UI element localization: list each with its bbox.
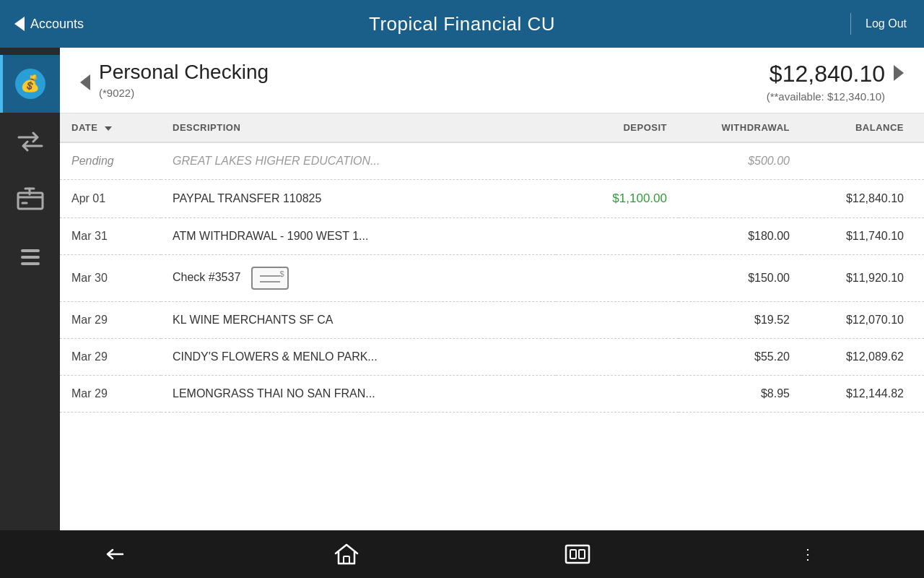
col-header-description: DESCRIPTION	[161, 113, 556, 142]
cell-description: Check #3537 $	[161, 255, 556, 302]
cell-withdrawal: $8.95	[679, 376, 801, 413]
money-icon: 💰	[15, 69, 45, 99]
balance-info: $12,840.10 (**available: $12,340.10)	[767, 61, 885, 103]
cell-deposit	[556, 339, 679, 376]
account-name: Personal Checking	[99, 61, 269, 84]
cell-date: Mar 29	[60, 376, 161, 413]
cell-deposit	[556, 255, 679, 302]
account-balance: $12,840.10 (**available: $12,340.10)	[767, 61, 904, 103]
table-row[interactable]: Mar 31 ATM WITHDRAWAL - 1900 WEST 1... $…	[60, 218, 924, 255]
sidebar-item-pay[interactable]	[0, 171, 60, 228]
table-header-row: DATE DESCRIPTION DEPOSIT WITHDRAWAL	[60, 113, 924, 142]
table-row[interactable]: Pending GREAT LAKES HIGHER EDUCATION... …	[60, 142, 924, 180]
col-header-deposit: DEPOSIT	[556, 113, 679, 142]
logout-button[interactable]: Log Out	[866, 17, 924, 30]
cell-withdrawal: $150.00	[679, 255, 801, 302]
sidebar-item-transfers[interactable]	[0, 113, 60, 171]
content-area: Personal Checking (*9022) $12,840.10 (**…	[60, 48, 924, 578]
cell-withdrawal: $180.00	[679, 218, 801, 255]
bottom-home-button[interactable]	[231, 543, 462, 565]
table-row[interactable]: Mar 29 LEMONGRASS THAI NO SAN FRAN... $8…	[60, 376, 924, 413]
cell-withdrawal: $55.20	[679, 339, 801, 376]
svg-rect-3	[570, 550, 576, 558]
bottom-recents-button[interactable]	[462, 544, 693, 564]
sidebar-item-more[interactable]	[0, 228, 60, 286]
cell-description: ATM WITHDRAWAL - 1900 WEST 1...	[161, 218, 556, 255]
back-label: Accounts	[30, 17, 84, 32]
next-account-button[interactable]	[894, 65, 904, 81]
cell-withdrawal: $500.00	[679, 142, 801, 180]
table-row[interactable]: Mar 29 CINDY'S FLOWERS & MENLO PARK... $…	[60, 339, 924, 376]
back-arrow-icon	[14, 17, 25, 31]
col-header-date[interactable]: DATE	[60, 113, 161, 142]
home-nav-icon	[334, 543, 359, 565]
col-header-balance: BALANCE	[801, 113, 924, 142]
cell-description: GREAT LAKES HIGHER EDUCATION...	[161, 142, 556, 180]
more-dots-icon: ⋮	[801, 545, 816, 563]
cell-balance: $12,840.10	[801, 180, 924, 218]
transfer-icon	[14, 126, 46, 158]
bottom-navigation-bar: ⋮	[0, 530, 924, 578]
top-header: Accounts Tropical Financial CU Log Out	[0, 0, 924, 48]
cell-withdrawal: $19.52	[679, 302, 801, 339]
cell-balance: $11,740.10	[801, 218, 924, 255]
cell-description: LEMONGRASS THAI NO SAN FRAN...	[161, 376, 556, 413]
table-row[interactable]: Apr 01 PAYPAL TRANSFER 110825 $1,100.00 …	[60, 180, 924, 218]
main-layout: 💰	[0, 48, 924, 578]
available-balance: (**available: $12,340.10)	[767, 90, 885, 103]
table-row[interactable]: Mar 29 KL WINE MERCHANTS SF CA $19.52 $1…	[60, 302, 924, 339]
transactions-table: DATE DESCRIPTION DEPOSIT WITHDRAWAL	[60, 113, 924, 578]
cell-date: Pending	[60, 142, 161, 180]
cell-date: Mar 30	[60, 255, 161, 302]
back-nav-icon	[103, 544, 128, 564]
table-row[interactable]: Mar 30 Check #3537 $ $150.00 $11,920.10	[60, 255, 924, 302]
cell-description: PAYPAL TRANSFER 110825	[161, 180, 556, 218]
back-button[interactable]: Accounts	[0, 17, 98, 32]
svg-rect-2	[566, 545, 589, 563]
bottom-more-button[interactable]: ⋮	[693, 545, 924, 563]
account-header: Personal Checking (*9022) $12,840.10 (**…	[60, 48, 924, 113]
account-info: Personal Checking (*9022)	[99, 61, 269, 99]
cell-date: Mar 31	[60, 218, 161, 255]
cell-balance	[801, 142, 924, 180]
sidebar: 💰	[0, 48, 60, 578]
logout-area: Log Out	[850, 13, 924, 35]
accounts-icon: 💰	[14, 68, 46, 100]
menu-dots	[21, 249, 40, 265]
cell-deposit: $1,100.00	[556, 180, 679, 218]
balance-amount: $12,840.10	[767, 61, 885, 87]
pay-icon	[14, 184, 46, 215]
bottom-back-button[interactable]	[0, 544, 231, 564]
recents-nav-icon	[565, 544, 590, 564]
cell-balance: $12,089.62	[801, 339, 924, 376]
cell-date: Apr 01	[60, 180, 161, 218]
sort-arrow-icon	[105, 126, 112, 131]
cell-balance: $11,920.10	[801, 255, 924, 302]
sidebar-item-accounts[interactable]: 💰	[0, 55, 60, 113]
svg-rect-1	[344, 556, 349, 564]
cell-date: Mar 29	[60, 302, 161, 339]
cell-description: CINDY'S FLOWERS & MENLO PARK...	[161, 339, 556, 376]
header-title: Tropical Financial CU	[369, 13, 555, 35]
cell-description: KL WINE MERCHANTS SF CA	[161, 302, 556, 339]
cell-deposit	[556, 302, 679, 339]
account-nav-left: Personal Checking (*9022)	[80, 61, 269, 99]
svg-rect-0	[18, 193, 43, 209]
col-header-withdrawal: WITHDRAWAL	[679, 113, 801, 142]
cell-balance: $12,070.10	[801, 302, 924, 339]
cell-date: Mar 29	[60, 339, 161, 376]
svg-rect-4	[579, 550, 585, 558]
more-icon	[14, 241, 46, 273]
check-image-icon[interactable]: $	[251, 267, 289, 290]
cell-balance: $12,144.82	[801, 376, 924, 413]
cell-deposit	[556, 142, 679, 180]
account-number: (*9022)	[99, 87, 269, 99]
cell-withdrawal	[679, 180, 801, 218]
prev-account-button[interactable]	[80, 74, 90, 90]
cell-deposit	[556, 376, 679, 413]
cell-deposit	[556, 218, 679, 255]
header-divider	[850, 13, 851, 35]
